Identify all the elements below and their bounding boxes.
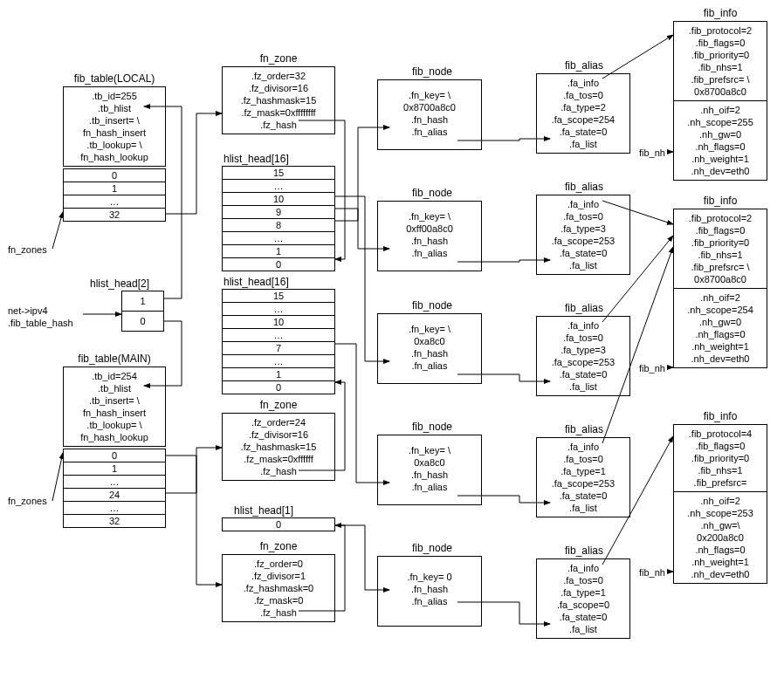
fib-info2-title: fib_info	[673, 195, 767, 207]
fib-node5-box: .fn_key= 0 .fn_hash .fn_alias	[377, 556, 482, 627]
fib-node2-title: fib_node	[385, 187, 479, 199]
fi2nh-1: .nh_scope=254	[677, 304, 764, 316]
fn3-1: 0xa8c0	[382, 335, 477, 347]
fib-nh2-label: fib_nh	[639, 363, 665, 373]
fib-node4-title: fib_node	[385, 421, 479, 433]
fib-alias4-title: fib_alias	[537, 423, 631, 435]
fib-node3-box: .fn_key= \ 0xa8c0 .fn_hash .fn_alias	[377, 313, 482, 384]
fib-table-main-box: .tb_id=254 .tb_hlist .tb_insert= \ fn_ha…	[63, 367, 166, 447]
ftm-tbid: .tb_id=254	[68, 370, 161, 382]
fzm-5: 32	[64, 515, 165, 527]
fi2-5: 0x8700a8c0	[677, 273, 764, 285]
fn1-0: .fn_key= \	[382, 89, 477, 101]
fi3nh-2: .nh_gw=\	[677, 519, 764, 531]
fib-nh3-label: fib_nh	[639, 567, 665, 578]
hh2-0: 0	[122, 312, 163, 331]
fib-alias3-title: fib_alias	[537, 302, 631, 314]
fn1-1: 0x8700a8c0	[382, 101, 477, 113]
fa1-5: .fa_list	[541, 138, 625, 150]
ftm-tblookup1: .tb_lookup= \	[68, 419, 161, 431]
fa1-3: .fa_scope=254	[541, 113, 625, 126]
fi1nh-0: .nh_oif=2	[677, 104, 764, 116]
fib-alias1-box: .fa_info .fa_tos=0 .fa_type=2 .fa_scope=…	[536, 73, 630, 154]
fzl-0: 0	[64, 169, 165, 182]
fz1-0: .fz_order=32	[227, 70, 330, 82]
ftl-tbinsert2: fn_hash_insert	[68, 127, 161, 139]
fn-zones-main-table: 0 1 … 24 … 32	[63, 449, 166, 528]
fi2-1: .fib_flags=0	[677, 224, 764, 236]
fi3-1: .fib_flags=0	[677, 440, 764, 452]
fi1nh-2: .nh_gw=0	[677, 128, 764, 140]
fz1-3: .fz_mask=0xffffffff	[227, 106, 330, 119]
fib-alias5-box: .fa_info .fa_tos=0 .fa_type=1 .fa_scope=…	[536, 558, 630, 639]
fa3-1: .fa_tos=0	[541, 332, 625, 344]
fn4-1: 0xa8c0	[382, 456, 477, 469]
ftl-tblookup1: .tb_lookup= \	[68, 139, 161, 151]
fz2-0: .fz_order=24	[227, 416, 330, 428]
fn-zones-local-table: 0 1 … 32	[63, 168, 166, 222]
h16a-1: 1	[223, 245, 334, 258]
fz3-3: .fz_mask=0	[227, 594, 330, 606]
fa4-3: .fa_scope=253	[541, 477, 625, 490]
fib-info3-title: fib_info	[673, 410, 767, 422]
fz3-1: .fz_divisor=1	[227, 570, 330, 582]
fn4-3: .fn_alias	[382, 481, 477, 493]
fi3-3: .fib_nhs=1	[677, 464, 764, 476]
net-ipv4-label2: .fib_table_hash	[8, 318, 73, 328]
fzm-2: …	[64, 476, 165, 489]
h16a-d1: …	[223, 180, 334, 193]
h16b-d1: …	[223, 303, 334, 316]
fib-alias1-title: fib_alias	[537, 59, 631, 72]
fzm-1: 1	[64, 462, 165, 476]
ftm-tbinsert2: fn_hash_insert	[68, 407, 161, 419]
fa3-4: .fa_state=0	[541, 368, 625, 380]
fib-node4-box: .fn_key= \ 0xa8c0 .fn_hash .fn_alias	[377, 435, 482, 505]
fi3-2: .fib_priority=0	[677, 452, 764, 464]
fa5-1: .fa_tos=0	[541, 574, 625, 586]
fa4-4: .fa_state=0	[541, 490, 625, 502]
fib-node1-title: fib_node	[385, 65, 479, 78]
fi2nh-5: .nh_dev=eth0	[677, 353, 764, 365]
fi3nh-4: .nh_flags=0	[677, 544, 764, 556]
ftm-tbhlist: .tb_hlist	[68, 382, 161, 394]
fib-table-main-title: fib_table(MAIN)	[63, 353, 166, 365]
h16b-15: 15	[223, 290, 334, 303]
fi2nh-4: .nh_weight=1	[677, 340, 764, 353]
hlist-head1-table: 0	[222, 517, 335, 531]
fn4-2: .fn_hash	[382, 469, 477, 481]
fa2-2: .fa_type=3	[541, 223, 625, 235]
fn-zone3-title: fn_zone	[222, 540, 335, 552]
fi1-3: .fib_nhs=1	[677, 61, 764, 73]
fa3-5: .fa_list	[541, 380, 625, 393]
h16b-10: 10	[223, 316, 334, 329]
fa1-1: .fa_tos=0	[541, 89, 625, 101]
fa1-0: .fa_info	[541, 77, 625, 89]
fzm-3: 24	[64, 489, 165, 502]
fib-node2-box: .fn_key= \ 0xff00a8c0 .fn_hash .fn_alias	[377, 201, 482, 271]
fz2-3: .fz_mask=0xffffff	[227, 453, 330, 465]
ftl-tblookup2: fn_hash_lookup	[68, 151, 161, 163]
fi1nh-1: .nh_scope=255	[677, 116, 764, 128]
h16a-8: 8	[223, 219, 334, 232]
fi1nh-3: .nh_flags=0	[677, 140, 764, 153]
fn3-0: .fn_key= \	[382, 323, 477, 335]
fib-info3-box: .fib_protocol=4 .fib_flags=0 .fib_priori…	[673, 424, 767, 584]
fi1-2: .fib_priority=0	[677, 49, 764, 61]
ftl-tbid: .tb_id=255	[68, 90, 161, 102]
fi1nh-5: .nh_dev=eth0	[677, 165, 764, 177]
fn5-1: .fn_hash	[382, 583, 477, 595]
fa1-2: .fa_type=2	[541, 101, 625, 113]
fib-node1-box: .fn_key= \ 0x8700a8c0 .fn_hash .fn_alias	[377, 79, 482, 150]
h16a-0: 0	[223, 258, 334, 271]
fz2-1: .fz_divisor=16	[227, 428, 330, 441]
fzl-3: 32	[64, 209, 165, 221]
fa2-5: .fa_list	[541, 259, 625, 271]
fz3-2: .fz_hashmask=0	[227, 582, 330, 594]
fn3-2: .fn_hash	[382, 347, 477, 360]
fi3nh-1: .nh_scope=253	[677, 507, 764, 519]
fa3-0: .fa_info	[541, 319, 625, 332]
fn1-2: .fn_hash	[382, 113, 477, 126]
ftl-tbhlist: .tb_hlist	[68, 102, 161, 114]
hlist-head1-title: hlist_head[1]	[234, 504, 293, 517]
fz1-2: .fz_hashmask=15	[227, 94, 330, 106]
